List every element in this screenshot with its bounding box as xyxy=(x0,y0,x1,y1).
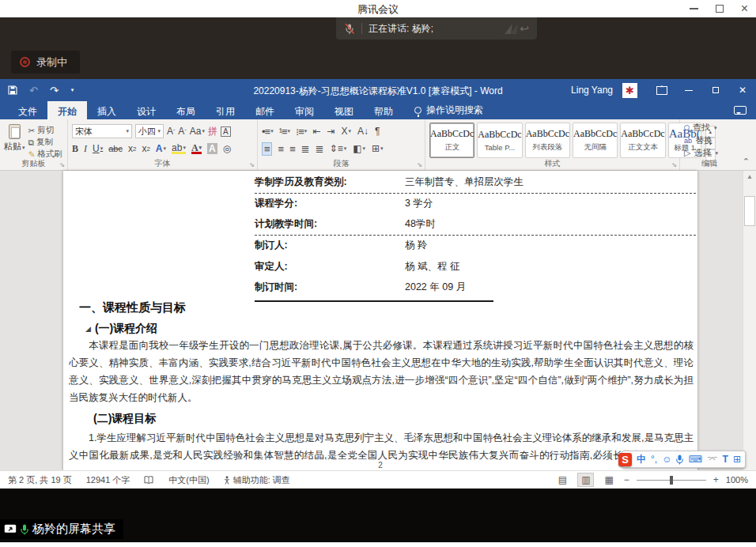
superscript-button[interactable]: x2 xyxy=(142,143,149,154)
tab-mailings[interactable]: 邮件 xyxy=(245,101,285,119)
page-indicator[interactable]: 第 2 页, 共 19 页 xyxy=(8,474,72,486)
emoji-icon[interactable]: ☺ xyxy=(662,455,671,464)
redo-icon[interactable]: ↷ xyxy=(50,85,59,96)
tab-design[interactable]: 设计 xyxy=(127,101,166,119)
collapse-ribbon-icon[interactable]: ⌃ xyxy=(743,157,750,167)
sogou-logo[interactable]: S xyxy=(618,453,632,466)
copy-button[interactable]: ⧉复制 xyxy=(28,137,62,148)
decrease-indent-button[interactable]: ⇤ xyxy=(312,126,320,137)
font-dialog-launcher[interactable]: ⇘ xyxy=(249,161,255,168)
close-button[interactable]: × xyxy=(741,5,748,13)
change-case-button[interactable]: Aa▾ xyxy=(190,126,205,137)
scrollbar-thumb[interactable] xyxy=(744,196,755,226)
account-name[interactable]: Ling Yang xyxy=(571,85,613,96)
phonetic-guide-button[interactable]: 拼 xyxy=(208,125,217,138)
italic-button[interactable]: I xyxy=(84,143,87,155)
numbering-button[interactable]: ¹≡▾ xyxy=(279,126,289,138)
skin-icon[interactable]: T xyxy=(723,455,728,464)
shading-button[interactable]: ◧▾ xyxy=(353,143,365,154)
align-center-button[interactable]: ≡ xyxy=(278,143,284,155)
outline-collapse-icon[interactable]: ◢ xyxy=(85,325,91,333)
style-card-normal[interactable]: AaBbCcDc 正文 xyxy=(429,123,474,158)
account-avatar[interactable]: ✱ xyxy=(622,83,637,98)
undo-icon[interactable]: ↶ xyxy=(29,85,38,96)
tab-review[interactable]: 审阅 xyxy=(285,101,324,119)
qat-customize-icon[interactable]: ▾ xyxy=(71,87,74,93)
distribute-button[interactable]: ≣ xyxy=(316,143,323,155)
tab-file[interactable]: 文件 xyxy=(8,101,47,119)
grow-font-button[interactable]: Aˆ xyxy=(167,126,175,137)
style-card-body-text[interactable]: AaBbCcDc 正文文本 xyxy=(620,123,665,158)
strikethrough-button[interactable]: abc xyxy=(108,144,123,153)
asian-layout-button[interactable]: X▾ xyxy=(341,126,351,137)
ribbon-display-options-button[interactable] xyxy=(648,79,675,101)
style-card-list-paragraph[interactable]: AaBbCcDc 列表段落 xyxy=(525,123,570,158)
bullets-button[interactable]: •≡▾ xyxy=(262,126,273,138)
tell-me-search[interactable]: 操作说明搜索 xyxy=(414,101,483,119)
text-effects-button[interactable]: A▾ xyxy=(156,143,166,154)
voice-input-icon[interactable] xyxy=(676,455,683,465)
tab-help[interactable]: 帮助 xyxy=(364,101,403,119)
save-icon[interactable] xyxy=(8,85,17,95)
find-button[interactable]: 查找▾ xyxy=(684,122,735,134)
style-card-table-paragraph[interactable]: AaBbCcDc Table P... xyxy=(477,123,522,158)
flag-icon-2[interactable] xyxy=(510,24,518,34)
accessibility-indicator[interactable]: 辅助功能: 调查 xyxy=(224,474,290,486)
keyboard-icon[interactable]: ⌨ xyxy=(688,455,701,464)
cut-button[interactable]: ✂剪切 xyxy=(28,125,62,136)
clipboard-dialog-launcher[interactable]: ⇘ xyxy=(59,161,65,168)
font-name-select[interactable]: 宋体▾ xyxy=(72,124,132,138)
character-shading-button[interactable]: A xyxy=(207,143,217,154)
show-marks-button[interactable]: ¶ xyxy=(375,126,380,137)
language-indicator[interactable]: 中文(中国) xyxy=(168,474,209,486)
tab-home[interactable]: 开始 xyxy=(47,101,87,119)
word-count[interactable]: 12941 个字 xyxy=(86,474,130,486)
replace-button[interactable]: ab替换 xyxy=(684,134,735,146)
tab-insert[interactable]: 插入 xyxy=(87,101,127,119)
zoom-percentage[interactable]: 100% xyxy=(726,475,748,485)
punctuation-icon[interactable]: °, xyxy=(651,455,657,464)
recording-button[interactable]: 录制中 xyxy=(11,51,80,74)
multilevel-list-button[interactable]: ⁝≡▾ xyxy=(296,126,306,138)
reply-arrow-icon[interactable]: ↩ xyxy=(520,22,529,35)
paste-button[interactable]: 粘贴▾ xyxy=(4,123,25,159)
word-close-button[interactable]: ✕ xyxy=(729,79,756,101)
maximize-button[interactable] xyxy=(716,5,724,13)
comments-icon[interactable] xyxy=(734,106,747,115)
borders-button[interactable]: ⊞▾ xyxy=(372,143,384,154)
word-restore-button[interactable] xyxy=(702,79,729,101)
word-minimize-button[interactable] xyxy=(675,79,702,101)
align-left-button[interactable]: ≡ xyxy=(262,142,272,156)
zoom-out-button[interactable]: − xyxy=(624,474,629,485)
web-layout-button[interactable]: ▦ xyxy=(601,473,616,486)
read-mode-button[interactable]: ▤ xyxy=(555,473,570,486)
font-color-button[interactable]: A▾ xyxy=(191,144,202,154)
vertical-scrollbar[interactable]: ▲ xyxy=(743,171,756,470)
enclose-characters-button[interactable]: ◎ xyxy=(223,143,231,154)
chinese-mode-icon[interactable]: 中 xyxy=(637,455,646,464)
underline-button[interactable]: U▾ xyxy=(93,143,103,154)
handwriting-icon[interactable]: ⌤ xyxy=(707,455,718,464)
highlight-button[interactable]: ab▾ xyxy=(172,144,186,154)
line-spacing-button[interactable]: ⇕≡▾ xyxy=(330,143,347,154)
zoom-slider-thumb[interactable] xyxy=(670,476,673,485)
print-layout-button[interactable]: ▥ xyxy=(577,473,594,487)
minimize-button[interactable] xyxy=(690,8,698,9)
tab-view[interactable]: 视图 xyxy=(324,101,364,119)
zoom-in-button[interactable]: + xyxy=(713,474,719,485)
select-button[interactable]: ▷选择▾ xyxy=(684,147,735,159)
style-card-no-spacing[interactable]: AaBbCcDc 无间隔 xyxy=(573,123,618,158)
zoom-slider[interactable] xyxy=(637,480,706,481)
shrink-font-button[interactable]: Aˇ xyxy=(178,126,186,137)
document-page[interactable]: 学制学历及教育类别: 三年制普专、单招层次学生 课程学分: 3 学分 计划教学时… xyxy=(63,171,697,470)
sort-button[interactable]: A↓ xyxy=(357,126,369,137)
subscript-button[interactable]: x2 xyxy=(128,143,136,154)
tab-layout[interactable]: 布局 xyxy=(166,101,206,119)
paragraph-dialog-launcher[interactable]: ⇘ xyxy=(417,161,422,168)
styles-dialog-launcher[interactable]: ⇘ xyxy=(671,161,677,168)
justify-button[interactable]: ≣ xyxy=(301,143,309,155)
font-size-select[interactable]: 小四▾ xyxy=(135,124,164,138)
align-right-button[interactable]: ≡ xyxy=(289,143,295,155)
increase-indent-button[interactable]: ⇥ xyxy=(327,126,335,137)
character-border-button[interactable]: A xyxy=(221,126,231,137)
